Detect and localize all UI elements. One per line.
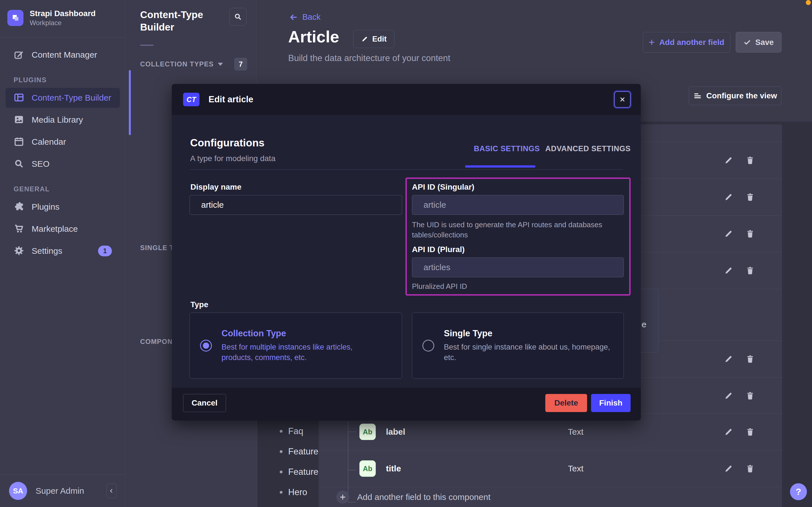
api-id-singular-input[interactable]: article <box>412 195 624 215</box>
chevron-down-icon <box>218 63 223 66</box>
notification-dot <box>806 0 811 5</box>
bullet-icon <box>280 470 283 473</box>
api-id-singular-label: API ID (Singular) <box>412 182 475 191</box>
field-type: Text <box>568 464 583 473</box>
collection-type-option[interactable]: Collection Type Best for multiple instan… <box>190 313 402 379</box>
add-field-to-component-row[interactable]: Add another field to this component <box>319 487 782 507</box>
type-label: Type <box>190 300 208 309</box>
tab-basic-settings[interactable]: BASIC SETTINGS <box>474 145 540 153</box>
edit-button[interactable]: Edit <box>353 30 394 48</box>
calendar-icon <box>13 136 25 148</box>
help-button[interactable]: ? <box>790 483 807 500</box>
puzzle-icon <box>13 201 25 213</box>
app-subtitle: Workplace <box>30 19 96 27</box>
radio-selected-icon[interactable] <box>200 340 212 351</box>
layout-icon <box>13 92 25 103</box>
plus-icon: + <box>649 38 654 47</box>
trash-icon[interactable] <box>745 391 755 400</box>
single-type-title: Single Type <box>444 328 619 339</box>
active-tab-indicator <box>465 165 536 168</box>
bullet-icon <box>280 430 283 433</box>
component-item-faq[interactable]: Faq <box>280 426 303 436</box>
sidebar-item-settings[interactable]: Settings 1 <box>6 241 120 261</box>
plugins-section-label: PLUGINS <box>13 76 125 84</box>
delete-button[interactable]: Delete <box>545 394 587 412</box>
pencil-icon[interactable] <box>724 192 734 202</box>
pencil-icon[interactable] <box>724 427 734 437</box>
collapse-sidebar-button[interactable] <box>107 484 117 498</box>
configure-the-view-button[interactable]: Configure the view <box>689 87 782 105</box>
sidebar-item-media-library[interactable]: Media Library <box>6 110 120 130</box>
cancel-button[interactable]: Cancel <box>183 394 226 412</box>
add-another-field-button[interactable]: + Add another field <box>643 32 730 53</box>
sidebar-item-label: Plugins <box>32 202 59 212</box>
back-link[interactable]: Back <box>289 12 320 22</box>
brand[interactable]: Strapi Dashboard Workplace <box>0 0 125 38</box>
gear-icon <box>13 245 25 257</box>
text-field-badge: Ab <box>359 460 376 477</box>
sidebar-item-label: Content-Type Builder <box>32 93 111 103</box>
trash-icon[interactable] <box>745 464 755 473</box>
main-sidebar: Strapi Dashboard Workplace Content Manag… <box>0 0 126 507</box>
component-item-features[interactable]: Features <box>280 447 323 457</box>
trash-icon[interactable] <box>745 354 755 364</box>
radio-unselected-icon[interactable] <box>422 340 434 351</box>
content-type-badge: CT <box>183 93 199 106</box>
row-actions <box>724 354 769 364</box>
table-row-title[interactable]: Ab title Text <box>319 450 782 487</box>
trash-icon[interactable] <box>745 156 755 165</box>
save-button[interactable]: Save <box>736 32 782 53</box>
pencil-icon[interactable] <box>724 266 734 275</box>
finish-button[interactable]: Finish <box>591 394 631 412</box>
sidebar-item-calendar[interactable]: Calendar <box>6 132 120 152</box>
row-actions <box>724 266 769 275</box>
row-actions <box>724 156 769 165</box>
filter-lines-icon <box>693 92 702 100</box>
general-section-label: GENERAL <box>13 185 125 193</box>
search-icon <box>13 158 25 170</box>
close-button[interactable] <box>614 91 631 108</box>
hidden-dialog-text: e <box>642 320 646 329</box>
sidebar-item-content-manager[interactable]: Content Manager <box>6 45 120 65</box>
collection-types-header[interactable]: COLLECTION TYPES <box>140 60 223 68</box>
component-item-hero[interactable]: Hero <box>280 487 307 497</box>
strapi-logo-icon <box>7 10 23 26</box>
divider <box>140 45 154 46</box>
trash-icon[interactable] <box>745 192 755 202</box>
bullet-icon <box>280 450 283 453</box>
sidebar-item-content-type-builder[interactable]: Content-Type Builder <box>6 88 120 108</box>
pencil-icon[interactable] <box>724 354 734 364</box>
field-name: title <box>386 464 401 473</box>
collection-types-count: 7 <box>234 58 247 71</box>
strapi-app: Strapi Dashboard Workplace Content Manag… <box>0 0 812 507</box>
search-button[interactable] <box>229 8 247 25</box>
edit-article-modal: CT Edit article Configurations A type fo… <box>172 84 641 420</box>
collection-type-title: Collection Type <box>222 328 380 339</box>
single-type-option[interactable]: Single Type Best for single instance lik… <box>412 313 624 379</box>
api-id-plural-input[interactable]: articles <box>412 258 624 277</box>
modal-footer: Cancel Delete Finish <box>172 388 641 420</box>
page-title: Article <box>288 27 339 46</box>
sidebar-item-label: Marketplace <box>32 224 78 234</box>
scrollbar[interactable] <box>129 70 131 135</box>
sidebar-item-marketplace[interactable]: Marketplace <box>6 219 120 239</box>
modal-title: Edit article <box>208 94 253 105</box>
pencil-icon[interactable] <box>724 229 734 238</box>
text-field-badge: Ab <box>359 424 376 440</box>
ctb-sidebar-title: Content-Type Builder <box>126 0 219 33</box>
sidebar-item-plugins[interactable]: Plugins <box>6 197 120 217</box>
trash-icon[interactable] <box>745 229 755 238</box>
trash-icon[interactable] <box>745 427 755 437</box>
display-name-input[interactable]: article <box>190 195 402 215</box>
tab-advanced-settings[interactable]: ADVANCED SETTINGS <box>545 145 631 153</box>
sidebar-item-label: Settings <box>32 246 62 256</box>
sidebar-item-seo[interactable]: SEO <box>6 154 120 174</box>
api-id-plural-label: API ID (Plural) <box>412 245 465 254</box>
pencil-icon[interactable] <box>724 156 734 165</box>
cart-icon <box>13 223 25 235</box>
avatar[interactable]: SA <box>9 482 27 500</box>
pencil-icon[interactable] <box>724 391 734 400</box>
pencil-icon[interactable] <box>724 464 734 473</box>
trash-icon[interactable] <box>745 266 755 275</box>
app-title: Strapi Dashboard <box>30 8 96 19</box>
